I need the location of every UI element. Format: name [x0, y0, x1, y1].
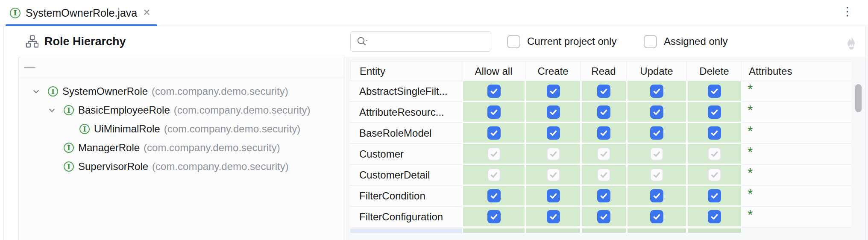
permission-cell	[627, 123, 687, 144]
permission-cell	[581, 102, 627, 123]
panel-right-border	[865, 26, 868, 240]
tree-node-SupervisorRole[interactable]: ISupervisorRole(com.company.demo.securit…	[19, 157, 345, 176]
permission-checkbox-update[interactable]	[650, 189, 663, 202]
permission-checkbox-create[interactable]	[547, 105, 560, 119]
tab-close-icon[interactable]: ×	[143, 6, 150, 18]
permission-checkbox-allow-all[interactable]	[487, 126, 501, 140]
permission-checkbox-create[interactable]	[547, 189, 560, 202]
attributes-cell: *	[742, 123, 851, 144]
role-name: UiMinimalRole	[94, 123, 160, 135]
permission-cell	[525, 186, 581, 207]
partial-next-row-cell	[525, 228, 581, 233]
hierarchy-icon	[26, 35, 38, 48]
chevron-down-icon[interactable]	[32, 88, 40, 95]
attributes-wildcard: *	[748, 124, 753, 138]
permission-cell	[581, 81, 627, 102]
permission-checkbox-delete[interactable]	[708, 126, 721, 140]
permission-checkbox-read[interactable]	[597, 189, 610, 202]
entity-cell: AbstractSingleFilt...	[350, 81, 462, 102]
permission-checkbox-update	[650, 168, 663, 181]
column-header-update: Update	[627, 61, 687, 81]
permission-cell	[581, 123, 627, 144]
permission-checkbox-delete[interactable]	[708, 189, 721, 202]
search-input[interactable]	[372, 35, 491, 48]
partial-next-row-entity	[350, 228, 462, 233]
entity-search-field[interactable]	[350, 31, 491, 52]
permission-checkbox-update[interactable]	[650, 105, 663, 119]
permission-cell	[581, 144, 627, 165]
tree-node-ManagerRole[interactable]: IManagerRole(com.company.demo.security)	[19, 138, 345, 157]
permission-checkbox-allow-all[interactable]	[487, 189, 501, 202]
permission-cell	[525, 81, 581, 102]
interface-icon: I	[64, 105, 74, 115]
tree-node-UiMinimalRole[interactable]: IUiMinimalRole(com.company.demo.security…	[19, 120, 345, 138]
permission-checkbox-allow-all[interactable]	[487, 210, 501, 223]
column-header-read: Read	[581, 61, 627, 81]
filter-current-project-only[interactable]: Current project only	[507, 26, 616, 57]
permission-cell	[627, 165, 687, 186]
attributes-cell: *	[742, 144, 851, 165]
attributes-wildcard: *	[748, 187, 753, 201]
permission-checkbox-update[interactable]	[650, 126, 663, 140]
tree-header-dash: —	[24, 67, 35, 68]
permission-checkbox-create	[547, 147, 560, 161]
permission-cell	[687, 144, 742, 165]
role-tree: ISystemOwnerRole(com.company.demo.securi…	[19, 78, 345, 176]
permission-checkbox-create	[547, 168, 560, 181]
permission-checkbox-delete	[708, 147, 721, 161]
permission-checkbox-read[interactable]	[597, 210, 610, 223]
permission-checkbox-delete[interactable]	[708, 85, 721, 98]
permission-checkbox-create[interactable]	[547, 126, 560, 140]
permissions-panel: EntityAllow allCreateReadUpdateDeleteAtt…	[346, 57, 865, 240]
entity-cell: BaseRoleModel	[350, 123, 462, 144]
permissions-table: EntityAllow allCreateReadUpdateDeleteAtt…	[350, 61, 851, 233]
entity-cell: CustomerDetail	[350, 165, 462, 186]
entity-cell: FilterConfiguration	[350, 207, 462, 228]
checkbox-unchecked[interactable]	[644, 35, 657, 48]
attributes-cell: *	[742, 81, 851, 102]
permission-cell	[627, 81, 687, 102]
permission-cell	[462, 186, 525, 207]
attributes-wildcard: *	[748, 208, 753, 222]
permission-checkbox-read[interactable]	[597, 85, 610, 98]
permission-checkbox-update[interactable]	[650, 85, 663, 98]
permission-checkbox-delete	[708, 168, 721, 181]
permission-cell	[462, 165, 525, 186]
partial-next-row-cell	[627, 228, 687, 233]
permission-checkbox-create[interactable]	[547, 85, 560, 98]
permission-checkbox-update[interactable]	[650, 210, 663, 223]
permission-checkbox-allow-all[interactable]	[487, 105, 501, 119]
tree-node-SystemOwnerRole[interactable]: ISystemOwnerRole(com.company.demo.securi…	[19, 82, 345, 101]
permission-checkbox-create[interactable]	[547, 210, 560, 223]
permission-cell	[525, 123, 581, 144]
role-package: (com.company.demo.security)	[164, 123, 301, 135]
panel-left-border	[3, 26, 4, 240]
permission-checkbox-allow-all[interactable]	[487, 85, 501, 98]
tree-node-BasicEmployeeRole[interactable]: IBasicEmployeeRole(com.company.demo.secu…	[19, 101, 345, 120]
filter-assigned-only[interactable]: Assigned only	[644, 26, 727, 57]
checkbox-unchecked[interactable]	[507, 35, 520, 48]
attributes-wildcard: *	[748, 103, 753, 117]
role-name: BasicEmployeeRole	[78, 104, 170, 116]
role-name: SupervisorRole	[78, 161, 148, 173]
partial-next-row-cell	[581, 228, 627, 233]
vertical-scrollbar[interactable]	[855, 84, 862, 112]
permission-checkbox-read[interactable]	[597, 105, 610, 119]
permission-checkbox-delete[interactable]	[708, 105, 721, 119]
more-options-button[interactable]: ⋮	[842, 5, 853, 18]
permission-cell	[581, 207, 627, 228]
permission-cell	[627, 207, 687, 228]
flame-icon[interactable]	[846, 36, 857, 51]
permission-checkbox-delete[interactable]	[708, 210, 721, 223]
permission-checkbox-read[interactable]	[597, 126, 610, 140]
attributes-wildcard: *	[748, 145, 753, 159]
entity-cell: FilterCondition	[350, 186, 462, 207]
role-name: SystemOwnerRole	[62, 85, 148, 97]
editor-tab-bar: I SystemOwnerRole.java × ⋮	[0, 0, 868, 26]
chevron-down-icon[interactable]	[48, 107, 56, 114]
permission-cell	[687, 102, 742, 123]
editor-tab-active[interactable]: I SystemOwnerRole.java ×	[6, 0, 157, 26]
tree-column-header: —	[19, 57, 345, 78]
permission-cell	[462, 81, 525, 102]
role-name: ManagerRole	[78, 142, 140, 154]
